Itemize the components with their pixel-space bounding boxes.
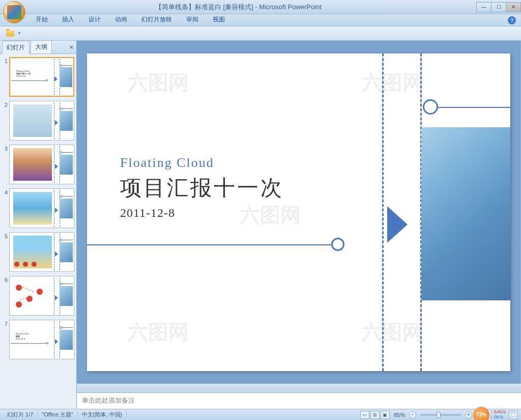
- status-slide-position: 幻灯片 1/7: [3, 411, 38, 418]
- watermark: 六图网: [362, 318, 423, 346]
- status-badge[interactable]: 73%: [473, 407, 489, 421]
- thumbnail-2[interactable]: [9, 101, 74, 141]
- ribbon-tabs: 开始 插入 设计 动画 幻灯片放映 审阅 视图 ?: [0, 14, 521, 26]
- maximize-button[interactable]: ☐: [491, 2, 506, 12]
- zoom-percent[interactable]: 85%: [394, 412, 405, 418]
- slide-image: [421, 127, 510, 300]
- dropdown-icon[interactable]: ▼: [17, 31, 21, 36]
- thumbnail-7[interactable]: Floating Cloud谢谢2011-12-8: [9, 320, 74, 359]
- status-bar: 幻灯片 1/7 "Office 主题" 中文(简体, 中国) ▭ ⊞ ▣ 85%…: [0, 409, 521, 420]
- ribbon-tab-home[interactable]: 开始: [28, 13, 55, 26]
- ribbon-tab-design[interactable]: 设计: [81, 13, 108, 26]
- current-slide[interactable]: Floating Cloud 项目汇报十一次 2011-12-8 六图网 六图网…: [87, 53, 510, 371]
- watermark: 六图网: [128, 318, 189, 346]
- horizontal-scrollbar[interactable]: [77, 383, 521, 393]
- view-slideshow-button[interactable]: ▣: [381, 411, 390, 419]
- folder-icon: [6, 31, 14, 37]
- slide-date: 2011-12-8: [120, 206, 284, 220]
- arrow-icon: [387, 206, 408, 243]
- watermark: 六图网: [362, 69, 423, 97]
- title-bar: 【简单线条】标准蓝白 [兼容模式] - Microsoft PowerPoint…: [0, 0, 521, 14]
- slides-panel: 幻灯片 大纲 × 1 Floating Cloud项目汇报十一次2011-12-…: [0, 41, 77, 409]
- open-button[interactable]: [4, 28, 16, 39]
- thumb-number: 5: [2, 232, 9, 272]
- main-area: 幻灯片 大纲 × 1 Floating Cloud项目汇报十一次2011-12-…: [0, 41, 521, 409]
- thumbnail-6[interactable]: [9, 276, 74, 316]
- thumbnail-4[interactable]: [9, 188, 74, 228]
- status-language[interactable]: 中文(简体, 中国): [78, 411, 127, 418]
- slide-title: 项目汇报十一次: [120, 174, 284, 202]
- decor-line: [87, 244, 336, 245]
- ribbon-tab-animation[interactable]: 动画: [108, 13, 134, 26]
- ribbon-tab-review[interactable]: 审阅: [179, 13, 206, 26]
- decor-dash-line: [382, 53, 384, 371]
- thumb-number: 1: [2, 57, 9, 97]
- fit-window-button[interactable]: ⛶: [509, 411, 518, 419]
- view-sorter-button[interactable]: ⊞: [370, 411, 380, 419]
- close-button[interactable]: ✕: [506, 2, 521, 12]
- thumb-row: 2: [2, 101, 74, 141]
- zoom-in-button[interactable]: +: [465, 411, 472, 418]
- slide-editor: Floating Cloud 项目汇报十一次 2011-12-8 六图网 六图网…: [77, 41, 521, 409]
- panel-close-icon[interactable]: ×: [69, 43, 73, 51]
- thumb-row: 3: [2, 145, 74, 184]
- thumbnail-1[interactable]: Floating Cloud项目汇报十一次2011-12-8: [9, 57, 74, 97]
- slide-text-block[interactable]: Floating Cloud 项目汇报十一次 2011-12-8: [120, 155, 284, 220]
- thumb-number: 4: [2, 188, 9, 228]
- window-controls: — ☐ ✕: [477, 2, 521, 12]
- tab-slides[interactable]: 幻灯片: [2, 41, 30, 54]
- thumb-row: 1 Floating Cloud项目汇报十一次2011-12-8: [2, 57, 74, 97]
- tab-outline[interactable]: 大纲: [31, 40, 52, 53]
- decor-line: [433, 107, 510, 108]
- slide-subtitle: Floating Cloud: [120, 155, 284, 171]
- thumb-number: 7: [2, 320, 9, 359]
- minimize-button[interactable]: —: [476, 2, 491, 12]
- thumb-number: 3: [2, 145, 9, 184]
- thumb-number: 6: [2, 276, 9, 316]
- panel-tabs: 幻灯片 大纲 ×: [0, 41, 76, 54]
- help-icon[interactable]: ?: [508, 16, 516, 24]
- office-button[interactable]: [3, 1, 25, 23]
- thumb-row: 5: [2, 232, 74, 272]
- thumb-row: 4: [2, 188, 74, 228]
- ribbon-tab-view[interactable]: 视图: [206, 13, 232, 26]
- zoom-out-button[interactable]: −: [409, 411, 416, 418]
- window-title: 【简单线条】标准蓝白 [兼容模式] - Microsoft PowerPoint: [0, 3, 477, 12]
- network-stats: ↑ 64K/s ↓ 0K/s: [490, 410, 506, 420]
- decor-circle: [423, 99, 438, 115]
- thumb-row: 7 Floating Cloud谢谢2011-12-8: [2, 320, 74, 359]
- thumbnail-list[interactable]: 1 Floating Cloud项目汇报十一次2011-12-8 2: [0, 54, 76, 409]
- ribbon-tab-slideshow[interactable]: 幻灯片放映: [134, 13, 179, 26]
- notes-placeholder: 单击此处添加备注: [82, 397, 135, 404]
- decor-circle: [331, 238, 344, 251]
- status-theme: "Office 主题": [38, 411, 77, 418]
- zoom-slider[interactable]: [420, 414, 461, 416]
- thumb-number: 2: [2, 101, 9, 141]
- thumbnail-3[interactable]: [9, 145, 74, 184]
- quick-toolbar: ▼: [0, 26, 521, 41]
- watermark: 六图网: [128, 69, 189, 97]
- ribbon-tab-insert[interactable]: 插入: [55, 13, 81, 26]
- view-normal-button[interactable]: ▭: [360, 411, 369, 419]
- slide-canvas[interactable]: Floating Cloud 项目汇报十一次 2011-12-8 六图网 六图网…: [77, 41, 520, 383]
- thumbnail-5[interactable]: [9, 232, 74, 272]
- thumb-row: 6: [2, 276, 74, 316]
